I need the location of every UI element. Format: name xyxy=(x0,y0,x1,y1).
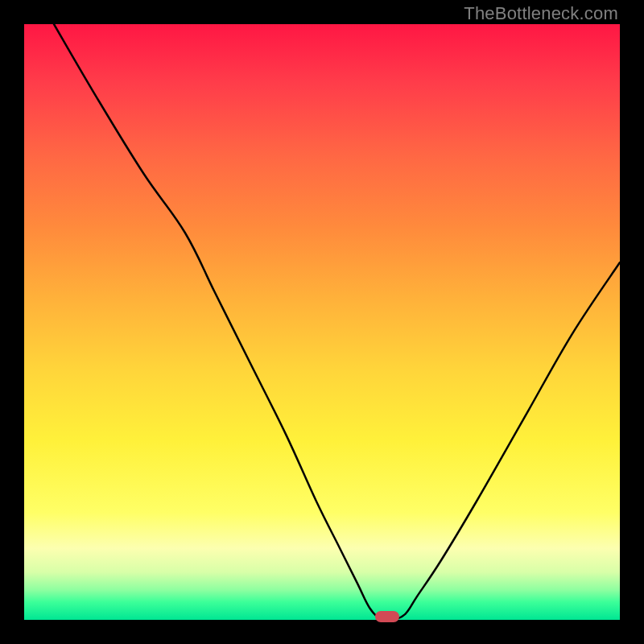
minimum-marker xyxy=(375,611,399,622)
chart-frame: TheBottleneck.com xyxy=(0,0,644,644)
attribution-text: TheBottleneck.com xyxy=(464,3,618,24)
plot-area xyxy=(24,24,620,620)
bottleneck-curve xyxy=(24,24,620,620)
